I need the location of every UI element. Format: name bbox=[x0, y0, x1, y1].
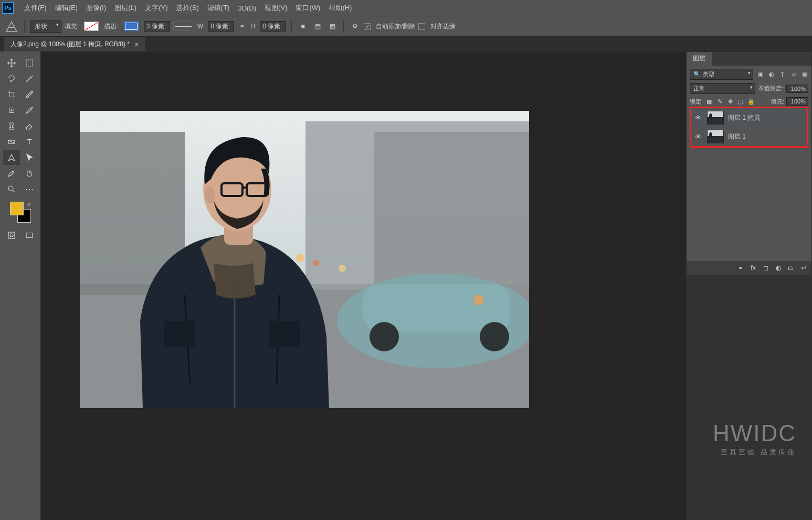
gradient-tool-icon[interactable] bbox=[3, 134, 20, 149]
filter-shape-icon[interactable]: ▱ bbox=[789, 70, 797, 78]
align-edges-checkbox[interactable] bbox=[418, 23, 425, 30]
gear-icon[interactable]: ⚙ bbox=[349, 20, 361, 32]
blend-mode-dropdown[interactable]: 正常 bbox=[690, 83, 755, 94]
stroke-width-input[interactable] bbox=[144, 21, 170, 32]
eyedropper-tool-icon[interactable] bbox=[21, 87, 38, 102]
eraser-tool-icon[interactable] bbox=[21, 119, 38, 133]
fx-icon[interactable]: fx bbox=[748, 263, 758, 273]
align-edges-label: 对齐边缘 bbox=[430, 22, 456, 31]
filter-pixel-icon[interactable]: ▣ bbox=[756, 70, 764, 78]
zoom-tool-icon[interactable] bbox=[3, 182, 20, 196]
opacity-label: 不透明度: bbox=[758, 85, 783, 92]
svg-rect-11 bbox=[374, 132, 529, 289]
edit-toolbar-icon[interactable]: ⋯ bbox=[21, 182, 38, 196]
layer-row[interactable]: 👁 图层 1 拷贝 bbox=[691, 108, 807, 127]
menu-help[interactable]: 帮助(H) bbox=[324, 1, 356, 15]
menu-3d[interactable]: 3D(D) bbox=[234, 2, 260, 14]
layer-thumbnail[interactable] bbox=[707, 111, 724, 124]
layer-row[interactable]: 👁 图层 1 bbox=[691, 127, 807, 146]
layer-name[interactable]: 图层 1 拷贝 bbox=[728, 113, 760, 122]
healing-tool-icon[interactable] bbox=[3, 103, 20, 118]
filter-type-icon[interactable]: T bbox=[778, 70, 786, 78]
stroke-style-dropdown[interactable] bbox=[173, 22, 194, 31]
fill-opacity-input[interactable]: 100% bbox=[786, 97, 808, 106]
color-swatches[interactable]: ⤭ bbox=[10, 202, 31, 223]
svg-point-19 bbox=[473, 295, 484, 305]
lock-all-icon[interactable]: 🔒 bbox=[747, 97, 755, 106]
link-wh-icon[interactable]: ⚭ bbox=[237, 23, 247, 30]
brush-tool-icon[interactable] bbox=[21, 103, 38, 118]
shape-tool-icon[interactable] bbox=[3, 166, 20, 181]
toolbox: ⋯ ⤭ bbox=[0, 51, 41, 520]
path-select-tool-icon[interactable] bbox=[21, 150, 38, 165]
menu-file[interactable]: 文件(F) bbox=[20, 1, 51, 15]
height-input[interactable] bbox=[260, 21, 286, 32]
auto-add-label: 自动添加/删除 bbox=[376, 22, 415, 31]
filter-kind-dropdown[interactable]: 🔍类型 bbox=[690, 69, 753, 80]
watermark-subtitle: 至真至诚 品质保住 bbox=[713, 448, 796, 457]
lock-pos-icon[interactable]: ✥ bbox=[726, 97, 734, 106]
layer-name[interactable]: 图层 1 bbox=[728, 132, 746, 141]
stroke-swatch[interactable] bbox=[124, 22, 139, 31]
document-tab[interactable]: 人像2.png @ 100% (图层 1 拷贝, RGB/8) * × bbox=[4, 37, 145, 51]
canvas-area[interactable] bbox=[41, 51, 686, 520]
align-icon[interactable]: ▤ bbox=[312, 20, 323, 32]
menu-view[interactable]: 视图(V) bbox=[260, 1, 291, 15]
filter-smart-icon[interactable]: ▦ bbox=[800, 70, 808, 78]
new-layer-icon[interactable]: ↩ bbox=[799, 263, 808, 273]
hand-tool-icon[interactable] bbox=[21, 166, 38, 181]
svg-point-15 bbox=[480, 322, 509, 351]
filter-adjust-icon[interactable]: ◐ bbox=[767, 70, 775, 78]
layers-tab[interactable]: 图层 bbox=[687, 52, 712, 66]
quickmask-icon[interactable] bbox=[3, 228, 20, 243]
svg-point-16 bbox=[296, 254, 304, 262]
menu-filter[interactable]: 滤镜(T) bbox=[203, 1, 234, 15]
stroke-label: 描边: bbox=[104, 22, 118, 31]
mask-icon[interactable]: ◻ bbox=[761, 263, 771, 273]
close-tab-icon[interactable]: × bbox=[135, 41, 139, 48]
link-layers-icon[interactable]: ⚭ bbox=[736, 263, 745, 273]
width-input[interactable] bbox=[208, 21, 234, 32]
foreground-color[interactable] bbox=[10, 202, 24, 215]
crop-tool-icon[interactable] bbox=[3, 87, 20, 102]
type-tool-icon[interactable] bbox=[21, 134, 38, 149]
shape-mode-dropdown[interactable]: 形状 bbox=[30, 20, 61, 33]
layer-thumbnail[interactable] bbox=[707, 130, 724, 143]
svg-rect-4 bbox=[8, 232, 15, 238]
move-tool-icon[interactable] bbox=[3, 56, 20, 70]
swap-colors-icon[interactable]: ⤭ bbox=[27, 202, 31, 207]
path-op-icon[interactable]: ■ bbox=[297, 20, 309, 32]
arrange-icon[interactable]: ▦ bbox=[326, 20, 338, 32]
menu-layer[interactable]: 图层(L) bbox=[110, 1, 141, 15]
lock-paint-icon[interactable]: ✎ bbox=[715, 97, 724, 106]
marquee-tool-icon[interactable] bbox=[21, 56, 38, 70]
document-canvas[interactable] bbox=[80, 111, 529, 408]
screenmode-icon[interactable] bbox=[21, 228, 38, 243]
svg-point-5 bbox=[10, 234, 13, 237]
menu-image[interactable]: 图像(I) bbox=[82, 1, 110, 15]
auto-add-checkbox[interactable] bbox=[364, 23, 371, 30]
fill-swatch[interactable] bbox=[84, 22, 99, 31]
lock-artboard-icon[interactable]: ▢ bbox=[736, 97, 745, 106]
lasso-tool-icon[interactable] bbox=[3, 71, 20, 86]
layers-highlight-box: 👁 图层 1 拷贝 👁 图层 1 bbox=[690, 107, 808, 148]
magic-wand-tool-icon[interactable] bbox=[21, 71, 38, 86]
lock-label: 锁定: bbox=[690, 98, 703, 106]
menu-window[interactable]: 窗口(W) bbox=[291, 1, 324, 15]
document-title: 人像2.png @ 100% (图层 1 拷贝, RGB/8) * bbox=[10, 40, 130, 49]
menu-type[interactable]: 文字(Y) bbox=[141, 1, 172, 15]
opacity-input[interactable]: 100% bbox=[786, 85, 808, 93]
fill-opacity-label: 填充: bbox=[771, 98, 784, 106]
layers-panel-footer: ⚭ fx ◻ ◐ 🗀 ↩ bbox=[687, 261, 811, 275]
visibility-eye-icon[interactable]: 👁 bbox=[693, 133, 703, 141]
pen-tool-icon[interactable] bbox=[3, 150, 20, 165]
divider bbox=[291, 20, 292, 33]
visibility-eye-icon[interactable]: 👁 bbox=[693, 114, 703, 122]
lock-trans-icon[interactable]: ▩ bbox=[705, 97, 713, 106]
adjustment-icon[interactable]: ◐ bbox=[774, 263, 783, 273]
stamp-tool-icon[interactable] bbox=[3, 119, 20, 133]
menu-edit[interactable]: 编辑(E) bbox=[51, 1, 82, 15]
group-icon[interactable]: 🗀 bbox=[786, 263, 796, 273]
menu-select[interactable]: 选择(S) bbox=[172, 1, 203, 15]
pen-tool-indicator-icon[interactable] bbox=[4, 20, 19, 33]
